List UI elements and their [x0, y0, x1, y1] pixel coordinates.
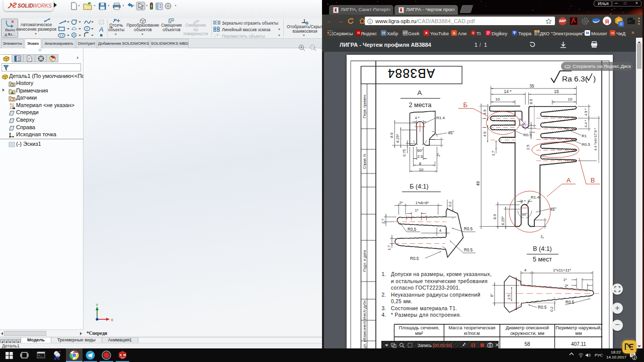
svg-text:Подп. и: Подп. и: [362, 340, 367, 348]
svg-text:Перв. примен.: Перв. примен.: [362, 94, 367, 118]
svg-text:2*: 2*: [399, 201, 403, 205]
svg-text:А: А: [567, 176, 571, 184]
svg-text:и остальные технические требов: и остальные технические требования: [391, 279, 488, 284]
svg-text:В (4:1): В (4:1): [533, 245, 552, 252]
svg-text:5 мест: 5 мест: [533, 256, 552, 263]
svg-text:15: 15: [554, 89, 559, 94]
svg-text:8.9: 8.9: [493, 214, 497, 219]
svg-text:4.4 *x4=17.6 *: 4.4 *x4=17.6 *: [593, 128, 598, 151]
svg-text:А: А: [417, 89, 422, 97]
svg-text:3.: 3.: [382, 306, 386, 311]
svg-text:2.5: 2.5: [417, 154, 423, 159]
svg-text:Справ. N: Справ. N: [362, 154, 367, 169]
svg-text:Взам.инв.N: Взам.инв.N: [362, 321, 367, 340]
svg-text:10: 10: [496, 97, 500, 102]
svg-text:Б: Б: [463, 101, 468, 109]
svg-text:10: 10: [568, 97, 573, 102]
svg-text:1*: 1*: [415, 208, 418, 213]
svg-text:90°: 90°: [522, 213, 528, 216]
svg-text:407.11: 407.11: [571, 341, 586, 347]
svg-text:X: X: [111, 318, 114, 322]
svg-text:A: A: [11, 90, 14, 95]
svg-text:1.7: 1.7: [387, 245, 391, 250]
svg-text:6.25*: 6.25*: [501, 216, 505, 225]
svg-text:Y: Y: [96, 303, 99, 307]
svg-text:Подп. и дата: Подп. и дата: [362, 250, 367, 272]
svg-text:S: S: [120, 353, 122, 356]
svg-text:Б (4:1): Б (4:1): [410, 183, 428, 190]
svg-text:1*х11=11*: 1*х11=11*: [553, 268, 571, 273]
svg-text:2.5: 2.5: [526, 145, 530, 150]
svg-text:R0.5: R0.5: [538, 305, 547, 310]
svg-text:2*: 2*: [540, 235, 544, 238]
svg-text:мм²: мм²: [415, 331, 423, 336]
svg-text:2.: 2.: [382, 292, 386, 298]
svg-text:45°: 45°: [550, 207, 556, 212]
svg-text:Ra 6.3(: Ra 6.3(: [562, 74, 588, 83]
svg-text:окружности, мм: окружности, мм: [510, 331, 544, 336]
svg-text:45°: 45°: [448, 130, 454, 135]
svg-text:согласно ГОСТ22233-2001.: согласно ГОСТ22233-2001.: [391, 285, 460, 291]
svg-text:8.9: 8.9: [529, 99, 533, 104]
svg-text:): ): [593, 74, 596, 83]
svg-text:4.9: 4.9: [482, 110, 487, 115]
svg-text:1.: 1.: [382, 272, 386, 277]
svg-text:SOLID: SOLID: [18, 3, 33, 8]
svg-text:4.4 *: 4.4 *: [584, 120, 588, 127]
svg-text:Допуски на размеры, кроме указ: Допуски на размеры, кроме указанных,: [391, 272, 492, 277]
svg-text:2.7: 2.7: [381, 219, 385, 224]
svg-text:W: W: [123, 353, 126, 356]
svg-text:4.9 *: 4.9 *: [584, 108, 588, 116]
svg-text:49: 49: [475, 181, 480, 186]
svg-text:2 места: 2 места: [409, 102, 432, 109]
svg-text:R1.4: R1.4: [436, 116, 445, 120]
svg-text:2*: 2*: [565, 284, 568, 288]
svg-text:1*х6=6*: 1*х6=6*: [416, 201, 429, 205]
svg-text:4: 4: [524, 268, 527, 273]
svg-text:R0.5: R0.5: [410, 256, 419, 261]
svg-text:В: В: [591, 176, 595, 184]
svg-text:0,25 мм.: 0,25 мм.: [391, 299, 413, 304]
svg-text:6.25*: 6.25*: [395, 134, 400, 143]
svg-text:90°: 90°: [417, 148, 423, 153]
svg-text:Периметр наружный,: Периметр наружный,: [555, 325, 601, 330]
svg-text:WORKS: WORKS: [33, 3, 52, 8]
svg-text:АВ3884: АВ3884: [387, 66, 435, 80]
svg-text:A: A: [99, 26, 104, 33]
svg-text:1.7: 1.7: [491, 151, 496, 156]
svg-text:Инв.N дубл.: Инв.N дубл.: [362, 300, 367, 320]
svg-text:кг/пог.м: кг/пог.м: [464, 331, 479, 336]
svg-text:8.9: 8.9: [389, 133, 394, 138]
svg-text:R1.4: R1.4: [531, 195, 539, 200]
svg-text:Диаметр описанной: Диаметр описанной: [506, 325, 549, 330]
svg-text:35: 35: [529, 83, 534, 88]
svg-text:4: 4: [439, 228, 442, 233]
svg-text:4 *: 4 *: [521, 199, 525, 204]
svg-text:* Размеры для построения.: * Размеры для построения.: [391, 312, 461, 318]
svg-text:0.2: 0.2: [448, 202, 452, 207]
svg-text:R0.5: R0.5: [464, 248, 473, 252]
svg-text:мм: мм: [576, 331, 582, 336]
svg-text:R0.5: R0.5: [582, 142, 590, 147]
svg-text:Масса теоретическая: Масса теоретическая: [448, 325, 495, 330]
svg-text:4 *: 4 *: [415, 116, 419, 120]
svg-text:R0.5: R0.5: [566, 300, 575, 305]
svg-text:58: 58: [524, 341, 530, 347]
svg-text:14 *: 14 *: [504, 89, 512, 94]
svg-text:ti: ti: [472, 31, 474, 35]
svg-text:R0,5: R0,5: [408, 227, 417, 232]
svg-text:2017: 2017: [121, 357, 125, 359]
svg-text:0.2: 0.2: [549, 307, 554, 312]
svg-text:R1: R1: [582, 134, 587, 138]
svg-text:>_: >_: [38, 354, 42, 357]
svg-text:1*: 1*: [563, 278, 567, 282]
svg-text:Площадь сечения,: Площадь сечения,: [399, 325, 440, 330]
svg-text:Состояние материала Т1.: Состояние материала Т1.: [391, 306, 457, 311]
svg-text:2*: 2*: [436, 153, 441, 156]
svg-text:6°: 6°: [490, 293, 494, 297]
svg-text:R0.5: R0.5: [464, 227, 473, 231]
svg-text:4.: 4.: [382, 312, 386, 318]
svg-text:0.75: 0.75: [402, 149, 407, 157]
svg-text:2.5: 2.5: [507, 295, 511, 300]
svg-text:Неуказанные радиусы сопряжений: Неуказанные радиусы сопряжений: [391, 292, 480, 298]
